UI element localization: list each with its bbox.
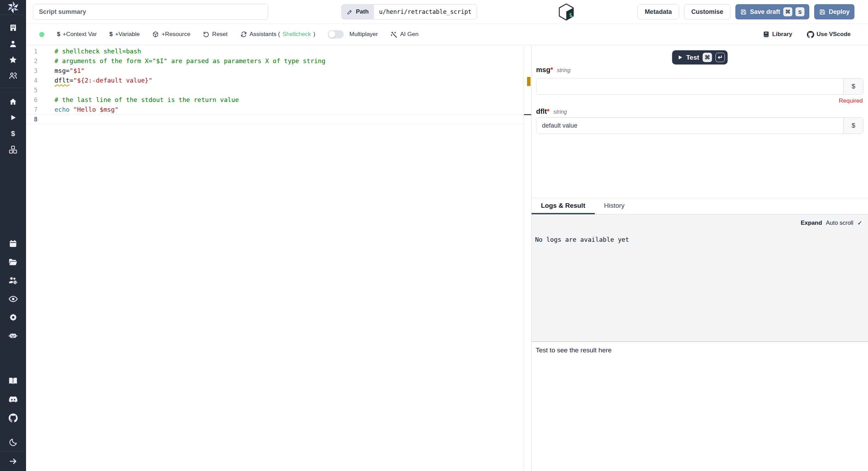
sidebar-item-discord[interactable]	[0, 390, 26, 409]
reset-label: Reset	[212, 31, 227, 38]
test-button[interactable]: Test ⌘ ↵	[672, 50, 728, 65]
msg-input-row: $	[536, 78, 863, 95]
code-editor[interactable]: 1# shellcheck shell=bash2# arguments of …	[26, 45, 524, 471]
context-var-label: +Context Var	[62, 31, 97, 38]
book-icon	[8, 376, 18, 386]
add-variable-button[interactable]: $ +Variable	[109, 31, 140, 38]
reset-icon	[203, 31, 210, 38]
sidebar-item-user[interactable]	[0, 36, 26, 52]
windmill-logo[interactable]	[0, 0, 26, 15]
library-button[interactable]: Library	[763, 31, 792, 38]
sidebar-item-moon[interactable]	[0, 433, 26, 451]
package-icon	[152, 31, 159, 38]
code-line[interactable]: 5	[26, 85, 524, 95]
sidebar-item-dollar[interactable]: $	[0, 126, 26, 142]
customise-button[interactable]: Customise	[684, 4, 731, 19]
expand-button[interactable]: Expand	[801, 220, 822, 226]
logs-tabs: Logs & Result History	[532, 198, 868, 214]
no-logs-message: No logs are available yet	[535, 236, 629, 243]
users-icon	[8, 71, 18, 80]
top-bar: Path u/henri/retractable_script $ Metada…	[26, 0, 868, 24]
required-error: Required	[839, 97, 863, 104]
dollar-icon: $	[57, 31, 60, 38]
sidebar-item-eye[interactable]	[0, 290, 26, 308]
script-summary-input[interactable]	[33, 4, 268, 20]
insert-variable-button[interactable]: $	[843, 78, 863, 94]
code-line[interactable]: 3msg="$1"	[26, 66, 524, 76]
sidebar-item-calendar[interactable]	[0, 234, 26, 253]
script-path-value[interactable]: u/henri/retractable_script	[374, 5, 477, 19]
editor-overview-ruler[interactable]	[524, 45, 531, 471]
save-icon	[819, 9, 826, 15]
sidebar-item-github[interactable]	[0, 409, 26, 427]
tab-history[interactable]: History	[603, 198, 625, 214]
arrow-right-icon	[9, 457, 18, 466]
code-line[interactable]: 6# the last line of the stdout is the re…	[26, 95, 524, 105]
field-type: string	[557, 67, 570, 74]
sidebar-item-building[interactable]	[0, 20, 26, 36]
save-draft-button[interactable]: Save draft ⌘ S	[735, 4, 809, 19]
sidebar-item-gear[interactable]	[0, 308, 26, 326]
enter-key-badge: ↵	[716, 53, 725, 62]
code-line[interactable]: 4dflt="${2:-default value}"	[26, 76, 524, 85]
sidebar-item-book[interactable]	[0, 372, 26, 390]
s-key-badge: S	[795, 7, 804, 16]
deploy-button[interactable]: Deploy	[814, 4, 854, 19]
sidebar-item-folder[interactable]	[0, 253, 26, 271]
edit-path-button[interactable]: Path	[342, 5, 374, 19]
discord-icon	[8, 395, 18, 404]
add-context-var-button[interactable]: $ +Context Var	[57, 31, 97, 38]
code-content: # shellcheck shell=bash	[37, 46, 141, 56]
sidebar-item-play[interactable]	[0, 110, 26, 126]
library-label: Library	[772, 31, 792, 38]
svg-text:$: $	[11, 129, 15, 137]
sidebar-group-admin	[0, 234, 26, 345]
dflt-input-row: $	[536, 117, 863, 134]
sidebar-item-cubes[interactable]	[0, 142, 26, 157]
dflt-input[interactable]	[536, 118, 843, 134]
code-line[interactable]: 2# arguments of the form X="$I" are pars…	[26, 56, 524, 66]
autoscroll-toggle[interactable]: Auto scroll	[826, 220, 853, 226]
line-number: 7	[26, 105, 37, 114]
code-line[interactable]: 7echo "Hello $msg"	[26, 105, 524, 114]
insert-variable-button[interactable]: $	[843, 118, 863, 134]
tab-logs-result[interactable]: Logs & Result	[532, 198, 595, 214]
path-group: Path u/henri/retractable_script	[341, 4, 477, 19]
warning-marker	[527, 77, 531, 86]
sidebar-item-users-gear[interactable]	[0, 271, 26, 290]
sidebar-item-star[interactable]	[0, 52, 26, 68]
multiplayer-label: Multiplayer	[349, 31, 378, 38]
sidebar-item-home[interactable]	[0, 94, 26, 110]
code-content: echo "Hello $msg"	[37, 105, 118, 114]
code-content: msg="$1"	[37, 66, 85, 76]
code-line[interactable]: 1# shellcheck shell=bash	[26, 46, 524, 56]
cubes-icon	[8, 145, 18, 154]
line-number: 6	[26, 95, 37, 105]
cmd-key-badge: ⌘	[703, 53, 712, 62]
result-placeholder: Test to see the result here	[536, 346, 612, 354]
pencil-icon	[347, 9, 353, 15]
code-content: # the last line of the stdout is the ret…	[37, 95, 239, 105]
required-asterisk: *	[547, 108, 550, 115]
status-dot	[39, 32, 44, 37]
assistants-button[interactable]: Assistants (Shellcheck)	[240, 31, 316, 38]
field-type: string	[553, 109, 567, 115]
ai-gen-button[interactable]: AI Gen	[390, 31, 418, 38]
reset-button[interactable]: Reset	[203, 31, 227, 38]
check-icon[interactable]: ✓	[857, 219, 862, 227]
eye-icon	[8, 294, 18, 304]
msg-input[interactable]	[536, 78, 843, 94]
result-area: Test to see the result here	[532, 342, 868, 471]
sidebar-item-users[interactable]	[0, 68, 26, 84]
multiplayer-toggle[interactable]	[328, 30, 344, 38]
use-vscode-button[interactable]: Use VScode	[807, 31, 851, 38]
assistants-label-suffix: )	[314, 31, 316, 38]
line-number: 3	[26, 66, 37, 76]
add-resource-button[interactable]: +Resource	[152, 31, 190, 38]
code-line[interactable]: 8	[26, 114, 524, 124]
metadata-button[interactable]: Metadata	[637, 4, 679, 19]
sidebar-item-robot[interactable]	[0, 326, 26, 345]
sidebar-expand-button[interactable]	[0, 451, 26, 471]
user-icon	[9, 40, 17, 48]
moon-icon	[9, 438, 18, 447]
